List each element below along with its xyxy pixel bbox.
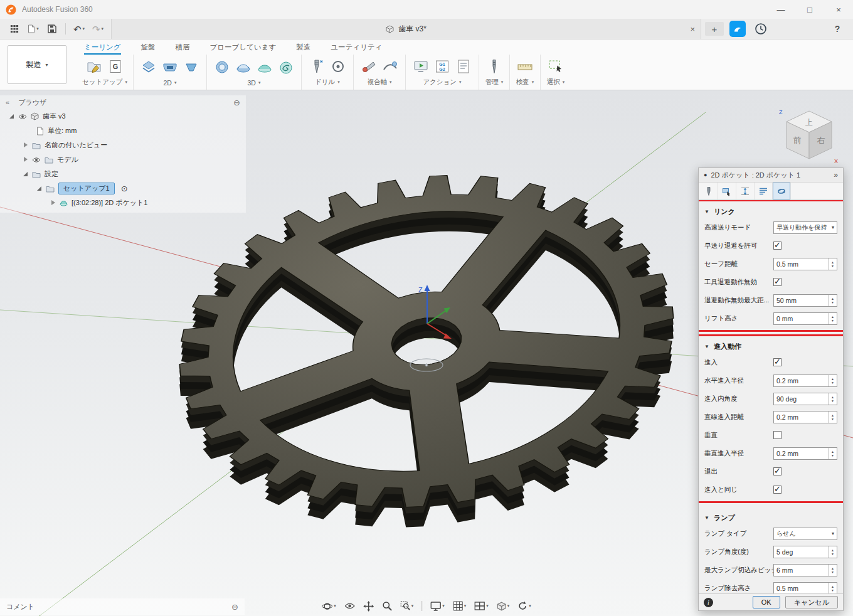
setup-sheet-icon[interactable]	[454, 57, 473, 76]
grid-and-snaps-button[interactable]	[450, 598, 469, 613]
pan-button[interactable]	[361, 598, 376, 613]
tab-fabrication[interactable]: 製造	[296, 43, 310, 55]
group-label-actions[interactable]: アクション	[423, 78, 461, 90]
max-stay-down-input[interactable]: 50 mm	[773, 294, 837, 307]
multiaxis-contour-icon[interactable]	[381, 57, 400, 76]
zoom-button[interactable]	[379, 598, 395, 613]
spinner-arrows-icon[interactable]	[828, 565, 837, 576]
browser-item-settings[interactable]: 設定	[0, 167, 246, 181]
close-icon[interactable]: ×	[824, 0, 853, 19]
browser-item-models[interactable]: モデル	[0, 152, 246, 167]
expander-open-icon[interactable]	[36, 186, 42, 191]
rapid-retract-checkbox[interactable]	[773, 242, 781, 250]
spinner-arrows-icon[interactable]	[828, 393, 837, 405]
leads-section-header[interactable]: 進入動作	[699, 339, 843, 353]
tab-utilities[interactable]: ユーティリティ	[331, 43, 382, 55]
dialog-header[interactable]: ● 2D ポケット : 2D ポケット 1 »	[699, 168, 843, 183]
ramp-clearance-input[interactable]: 0.5 mm	[773, 582, 837, 595]
safe-distance-input[interactable]: 0.5 mm	[773, 258, 837, 270]
tab-geometry[interactable]	[718, 183, 736, 199]
tab-passes[interactable]	[755, 183, 773, 199]
clock-icon[interactable]	[751, 21, 770, 37]
browser-item-named-views[interactable]: 名前の付いたビュー	[0, 138, 246, 152]
visual-style-button[interactable]	[494, 598, 512, 613]
save-button[interactable]	[43, 21, 61, 37]
group-label-drill[interactable]: ドリル	[315, 78, 340, 90]
same-as-lead-in-checkbox[interactable]	[773, 486, 781, 494]
close-document-icon[interactable]: ×	[690, 24, 695, 34]
lead-in-checkbox[interactable]	[773, 358, 781, 366]
tab-turning[interactable]: 旋盤	[141, 43, 156, 55]
spinner-arrows-icon[interactable]	[828, 583, 837, 594]
document-tab[interactable]: 歯車 v3* ×	[111, 19, 701, 39]
look-at-button[interactable]	[342, 598, 358, 613]
tool-library-icon[interactable]	[485, 57, 504, 76]
ramp-section-header[interactable]: ランプ	[699, 511, 843, 524]
expander-closed-icon[interactable]	[23, 157, 28, 162]
selected-item-label[interactable]: セットアップ1	[58, 183, 115, 194]
adaptive-clearing-icon[interactable]	[213, 58, 231, 77]
pocket-clearing-icon[interactable]	[234, 58, 253, 77]
visibility-eye-icon[interactable]	[18, 114, 27, 120]
lift-height-input[interactable]: 0 mm	[773, 312, 837, 325]
group-label-3d[interactable]: 3D	[248, 79, 261, 90]
browser-item-setup1[interactable]: セットアップ1 ⊙	[0, 181, 246, 196]
spinner-arrows-icon[interactable]	[828, 546, 837, 558]
spinner-arrows-icon[interactable]	[828, 412, 837, 423]
job-status-icon[interactable]	[729, 21, 746, 37]
minimize-comments-icon[interactable]: ⊖	[231, 602, 238, 612]
spiral-icon[interactable]	[277, 58, 295, 77]
selection-box-icon[interactable]	[546, 57, 565, 76]
undo-button[interactable]: ↶	[70, 21, 88, 37]
group-label-select[interactable]: 選択	[547, 78, 565, 90]
group-label-inspect[interactable]: 検査	[516, 78, 534, 90]
drill-icon[interactable]	[307, 57, 326, 76]
linear-lead-distance-input[interactable]: 0.2 mm	[773, 411, 837, 423]
cancel-button[interactable]: キャンセル	[785, 596, 838, 608]
group-label-manage[interactable]: 管理	[485, 78, 504, 90]
gcode-document-icon[interactable]: G	[106, 57, 125, 76]
vertical-lead-radius-input[interactable]: 0.2 mm	[773, 447, 837, 460]
info-icon[interactable]: i	[704, 598, 713, 607]
horizontal-lead-radius-input[interactable]: 0.2 mm	[773, 374, 837, 387]
spinner-arrows-icon[interactable]	[828, 258, 837, 270]
browser-item-2d-pocket[interactable]: [(3:02:28)] 2D ポケット1	[0, 196, 246, 210]
2d-contour-icon[interactable]	[182, 58, 201, 77]
file-menu-button[interactable]	[24, 21, 43, 37]
spinner-arrows-icon[interactable]	[828, 448, 837, 459]
vertical-checkbox[interactable]	[773, 431, 781, 439]
spinner-arrows-icon[interactable]	[828, 295, 837, 306]
tab-heights[interactable]	[736, 183, 755, 199]
viewports-button[interactable]	[472, 598, 491, 613]
keep-tool-down-checkbox[interactable]	[773, 278, 781, 286]
ok-button[interactable]: OK	[753, 596, 780, 608]
minimize-icon[interactable]: —	[766, 0, 795, 19]
tab-probing[interactable]: プローブしています	[210, 43, 277, 55]
browser-item-units[interactable]: 単位: mm	[0, 124, 246, 138]
expander-open-icon[interactable]	[23, 171, 28, 177]
workspace-switcher[interactable]: 製造	[8, 45, 66, 84]
parallel-icon[interactable]	[255, 58, 274, 77]
collapse-browser-icon[interactable]: «	[6, 98, 9, 106]
simulate-icon[interactable]	[411, 57, 430, 76]
feed-mode-select[interactable]: 早送り動作を保持	[773, 221, 837, 234]
display-settings-button[interactable]	[428, 598, 447, 613]
tab-milling[interactable]: ミーリング	[84, 43, 121, 55]
expander-open-icon[interactable]	[9, 114, 14, 119]
visibility-eye-icon[interactable]	[32, 157, 41, 163]
swarf-icon[interactable]	[359, 57, 378, 76]
spinner-arrows-icon[interactable]	[828, 375, 837, 386]
new-document-tab-button[interactable]: +	[705, 22, 724, 36]
group-label-multiaxis[interactable]: 複合軸	[367, 78, 391, 90]
group-label-setup[interactable]: セットアップ	[82, 78, 127, 90]
tab-tool[interactable]	[700, 183, 718, 199]
dialog-expand-icon[interactable]: »	[834, 171, 838, 179]
lead-out-checkbox[interactable]	[773, 467, 781, 475]
help-icon[interactable]: ?	[828, 21, 847, 37]
ramp-angle-input[interactable]: 5 deg	[773, 546, 837, 558]
refresh-button[interactable]	[515, 598, 534, 613]
ramp-type-select[interactable]: らせん	[773, 528, 837, 540]
spinner-arrows-icon[interactable]	[828, 313, 837, 324]
minimize-browser-icon[interactable]: ⊖	[233, 98, 240, 107]
new-setup-icon[interactable]	[85, 57, 103, 76]
